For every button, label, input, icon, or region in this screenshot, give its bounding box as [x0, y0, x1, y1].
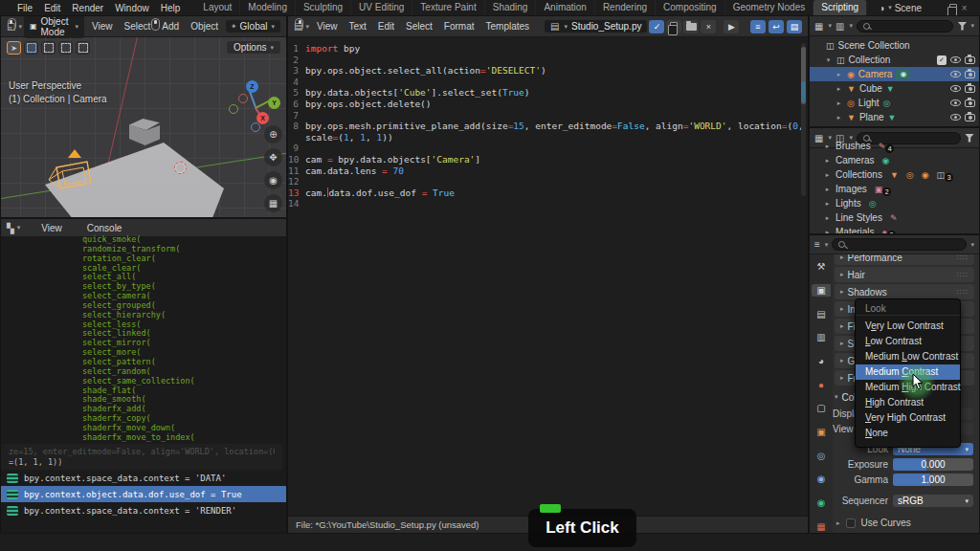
- console-menu-console[interactable]: Console: [81, 223, 128, 233]
- text-menu-edit[interactable]: Edit: [372, 21, 400, 32]
- eye-visibility-icon[interactable]: [950, 99, 961, 106]
- datablock-row-collections[interactable]: ▸Collections▼◎◉◫3: [810, 167, 979, 182]
- render-visibility-icon[interactable]: [965, 56, 975, 64]
- autocomplete-item[interactable]: select_hierarchy(: [1, 311, 286, 320]
- disclosure-icon[interactable]: ▾: [824, 56, 833, 64]
- datablock-row-brushes[interactable]: ▸Brushes✎4: [810, 139, 979, 153]
- disclosure-icon[interactable]: ▸: [823, 186, 832, 193]
- disclosure-icon[interactable]: ▸: [835, 99, 843, 107]
- text-menu-view[interactable]: View: [311, 21, 344, 32]
- properties-tab-output[interactable]: ▤: [812, 307, 831, 320]
- info-log-row[interactable]: bpy.context.space_data.context = 'DATA': [1, 470, 286, 486]
- workspace-tab-layout[interactable]: Layout: [195, 0, 240, 15]
- gamma-slider[interactable]: 1.000: [893, 474, 973, 486]
- filter-mode-icon[interactable]: ▥: [835, 21, 844, 32]
- viewport-menu-view[interactable]: View: [86, 21, 119, 32]
- camera-object[interactable]: [47, 148, 97, 198]
- text-editor[interactable]: ▤▾ ViewTextEditSelectFormatTemplates ▤▾ …: [287, 15, 809, 534]
- datablock-row-lights[interactable]: ▸Lights◎: [810, 196, 979, 210]
- zoom-icon[interactable]: ⊕: [264, 125, 282, 143]
- disclosure-icon[interactable]: ▸: [823, 200, 832, 208]
- properties-tab-tool[interactable]: ⚒: [812, 260, 831, 274]
- outliner[interactable]: ▦▾ ▥▾ ▾ ◫Scene Collection▾◫Collection✓▸◉…: [809, 15, 980, 127]
- panel-performance[interactable]: ▸Performance∷∷: [835, 254, 974, 265]
- menu-edit[interactable]: Edit: [38, 3, 66, 13]
- viewport-menu-add[interactable]: Add: [156, 21, 185, 32]
- datablock-row-materials[interactable]: ▸Materials●2: [810, 225, 979, 234]
- gizmo-x-neg[interactable]: [238, 94, 248, 103]
- run-script-button[interactable]: ▶: [724, 20, 739, 33]
- data-outliner[interactable]: ▦▾ ◫▾ ▸Brushes✎4▸Cameras◉▸Collections▼◎◉…: [809, 127, 980, 234]
- dropdown-item-none[interactable]: None: [856, 426, 960, 441]
- code-text[interactable]: cam.data.lens = 70: [305, 165, 404, 177]
- checkbox-icon[interactable]: ✓: [937, 55, 947, 65]
- workspace-tab-shading[interactable]: Shading: [485, 0, 537, 15]
- datablock-row-images[interactable]: ▸Images▣2: [810, 182, 979, 196]
- line-numbers-toggle-icon[interactable]: ≡: [750, 20, 766, 33]
- gizmo-y-axis[interactable]: Y: [268, 97, 280, 109]
- info-log-row[interactable]: bpy.context.object.data.dof.use_dof = Tr…: [1, 486, 286, 502]
- properties-tab-texture[interactable]: ▦: [812, 519, 831, 533]
- text-menu-templates[interactable]: Templates: [480, 21, 536, 32]
- outliner-search[interactable]: [857, 20, 954, 33]
- text-datablock-selector[interactable]: ▤▾ Studio_Setup.py: [545, 20, 647, 33]
- eye-visibility-icon[interactable]: [950, 56, 961, 63]
- use-curves-checkbox[interactable]: [846, 518, 856, 528]
- viewport-3d[interactable]: ◱▾ ▣ Object Mode ▾ ViewSelectAddObject ⌖…: [0, 15, 287, 218]
- close-icon[interactable]: ×: [960, 3, 969, 13]
- properties-tab-object[interactable]: ▣: [812, 426, 831, 439]
- console-menu-view[interactable]: View: [35, 223, 68, 233]
- properties-search[interactable]: [832, 238, 967, 251]
- register-toggle-icon[interactable]: ✓: [649, 20, 664, 33]
- autocomplete-item[interactable]: select_mirror(: [1, 339, 286, 348]
- disclosure-icon[interactable]: ▸: [835, 85, 843, 93]
- render-visibility-icon[interactable]: [965, 114, 975, 121]
- viewport-menu-object[interactable]: Object: [185, 21, 224, 32]
- editor-type-icon[interactable]: ≡: [814, 239, 820, 250]
- properties-tab-render[interactable]: ▣: [812, 284, 831, 298]
- tool-select-tweak[interactable]: ➤: [7, 41, 21, 55]
- code-text[interactable]: scale=(1, 1, 1)): [305, 132, 393, 143]
- open-text-icon[interactable]: [683, 20, 699, 33]
- code-area[interactable]: 1import bpy23bpy.ops.object.select_all(a…: [288, 43, 798, 209]
- render-visibility-icon[interactable]: [965, 99, 975, 107]
- workspace-tab-geometry-nodes[interactable]: Geometry Nodes: [725, 0, 814, 15]
- autocomplete-item[interactable]: select_same_collection(: [1, 377, 286, 386]
- tool-select-lasso[interactable]: [58, 41, 73, 55]
- filter-icon[interactable]: [957, 22, 967, 31]
- sequencer-dropdown[interactable]: sRGB ▾: [893, 495, 973, 507]
- scene-name[interactable]: Scene: [895, 3, 947, 13]
- menu-window[interactable]: Window: [109, 3, 155, 13]
- panel-hair[interactable]: ▸Hair∷∷: [835, 267, 974, 282]
- tool-select-box[interactable]: [24, 41, 38, 55]
- python-console[interactable]: ▚▾ ViewConsole quick_smoke(randomize_tra…: [0, 218, 287, 534]
- grid-floor-icon[interactable]: ▦: [264, 194, 282, 212]
- outliner-row-light[interactable]: ▸◎Light◎: [810, 96, 979, 110]
- tool-select-circle[interactable]: [41, 41, 56, 55]
- code-text[interactable]: bpy.ops.object.delete(): [305, 99, 432, 110]
- outliner-row-cube[interactable]: ▸▼Cube▼: [810, 81, 979, 96]
- options-dropdown[interactable]: Options ▾: [227, 41, 280, 54]
- code-text[interactable]: bpy.ops.mesh.primitive_plane_add(size=15…: [305, 121, 809, 132]
- outliner-row-plane[interactable]: ▸▼Plane▼: [810, 110, 979, 124]
- dropdown-item-very-low-contrast[interactable]: Very Low Contrast: [856, 319, 960, 334]
- text-menu-text[interactable]: Text: [343, 21, 371, 32]
- new-text-icon[interactable]: [666, 20, 681, 33]
- menu-help[interactable]: Help: [155, 3, 187, 13]
- properties-tab-scene[interactable]: ◕: [812, 355, 831, 368]
- properties-tab-object-data[interactable]: ◉: [812, 496, 831, 510]
- workspace-tab-animation[interactable]: Animation: [536, 0, 594, 15]
- outliner-row-scene-collection[interactable]: ◫Scene Collection: [810, 38, 979, 53]
- text-menu-select[interactable]: Select: [400, 21, 438, 32]
- display-mode-icon[interactable]: ▦: [814, 21, 823, 32]
- properties-tab-view-layer[interactable]: ▥: [812, 331, 831, 344]
- gizmo-y-neg[interactable]: [229, 104, 238, 114]
- workspace-tab-rendering[interactable]: Rendering: [595, 0, 656, 15]
- menu-render[interactable]: Render: [66, 3, 109, 13]
- workspace-tab-modeling[interactable]: Modeling: [240, 0, 296, 15]
- new-scene-icon[interactable]: [949, 4, 957, 12]
- disclosure-icon[interactable]: ▸: [823, 157, 832, 165]
- eye-visibility-icon[interactable]: [950, 85, 961, 92]
- gizmo-z-neg[interactable]: [251, 122, 260, 132]
- properties-tab-physics[interactable]: ◉: [812, 473, 831, 486]
